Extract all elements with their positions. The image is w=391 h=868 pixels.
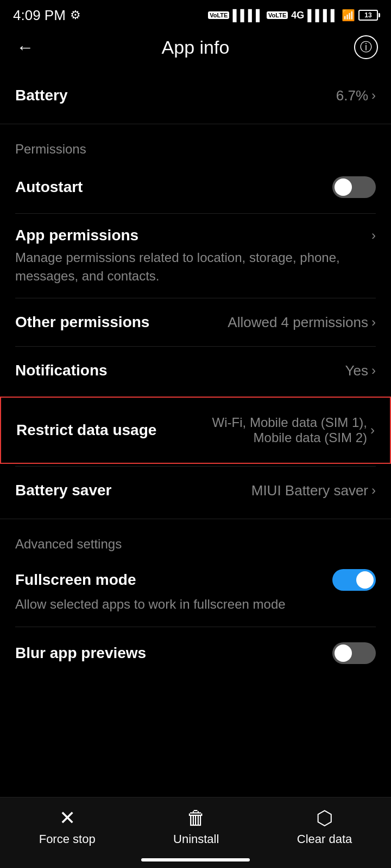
battery-saver-value-group: MIUI Battery saver ›: [251, 482, 376, 499]
blur-previews-row[interactable]: Blur app previews: [0, 627, 391, 679]
battery-value: 6.7%: [336, 87, 368, 104]
volte2-badge: VoLTE: [267, 11, 288, 19]
force-stop-icon: ✕: [59, 808, 75, 828]
info-icon: ⓘ: [360, 39, 372, 55]
app-permissions-header: App permissions ›: [15, 227, 376, 244]
battery-saver-chevron: ›: [371, 483, 376, 498]
other-permissions-chevron: ›: [371, 315, 376, 330]
notifications-value-group: Yes ›: [345, 362, 376, 379]
battery-saver-label: Battery saver: [15, 482, 111, 499]
battery-icon: 13: [358, 10, 378, 21]
4g-badge: 4G: [291, 10, 304, 21]
status-right: VoLTE ▌▌▌▌ VoLTE 4G ▌▌▌▌ 📶 13: [208, 9, 378, 22]
clear-data-label: Clear data: [297, 832, 352, 846]
other-permissions-row[interactable]: Other permissions Allowed 4 permissions …: [0, 298, 391, 346]
other-permissions-value: Allowed 4 permissions: [228, 314, 368, 331]
battery-label: Battery: [15, 87, 67, 104]
divider-1: [0, 124, 391, 124]
home-bar: [141, 858, 250, 861]
fullscreen-subtext: Allow selected apps to work in fullscree…: [15, 595, 376, 614]
notifications-value: Yes: [345, 362, 368, 379]
notifications-label: Notifications: [15, 362, 108, 379]
signal1-icon: ▌▌▌▌: [232, 9, 263, 22]
top-bar: ← App info ⓘ: [0, 28, 391, 72]
time: 4:09 PM: [13, 7, 66, 24]
fullscreen-row[interactable]: Fullscreen mode Allow selected apps to w…: [0, 556, 391, 627]
force-stop-button[interactable]: ✕ Force stop: [39, 808, 96, 846]
app-permissions-row[interactable]: App permissions › Manage permissions rel…: [0, 214, 391, 298]
content-area: Battery 6.7% › Permissions Autostart App…: [0, 72, 391, 766]
notifications-chevron: ›: [371, 363, 376, 378]
restrict-data-chevron: ›: [370, 423, 375, 438]
clear-data-button[interactable]: ⬡ Clear data: [297, 808, 352, 846]
battery-saver-value: MIUI Battery saver: [251, 482, 368, 499]
wifi-icon: 📶: [342, 9, 355, 22]
page-title: App info: [162, 37, 230, 58]
autostart-toggle[interactable]: [332, 176, 376, 198]
bottom-bar: ✕ Force stop 🗑 Uninstall ⬡ Clear data: [0, 797, 391, 868]
bottom-spacer: [0, 679, 391, 766]
home-indicator: [0, 852, 391, 868]
restrict-data-label: Restrict data usage: [16, 422, 156, 439]
fullscreen-toggle[interactable]: [332, 569, 376, 591]
fullscreen-label: Fullscreen mode: [15, 571, 136, 589]
fullscreen-header: Fullscreen mode: [15, 569, 376, 591]
volte1-badge: VoLTE: [208, 11, 229, 19]
autostart-row[interactable]: Autostart: [0, 161, 391, 213]
status-left: 4:09 PM ⚙: [13, 7, 81, 24]
uninstall-button[interactable]: 🗑 Uninstall: [173, 808, 219, 846]
battery-value-group: 6.7% ›: [336, 87, 376, 104]
blur-previews-label: Blur app previews: [15, 644, 146, 662]
other-permissions-label: Other permissions: [15, 314, 149, 331]
app-permissions-subtext: Manage permissions related to location, …: [15, 248, 376, 285]
autostart-label: Autostart: [15, 178, 83, 196]
battery-saver-row[interactable]: Battery saver MIUI Battery saver ›: [0, 467, 391, 514]
toggle-circle: [335, 178, 352, 196]
app-permissions-label: App permissions: [15, 227, 138, 244]
battery-chevron: ›: [371, 88, 376, 103]
divider-6: [0, 519, 391, 519]
gear-icon: ⚙: [70, 8, 81, 22]
signal2-icon: ▌▌▌▌: [307, 9, 338, 22]
info-button[interactable]: ⓘ: [354, 35, 378, 59]
blur-previews-toggle[interactable]: [332, 642, 376, 664]
app-permissions-chevron: ›: [371, 228, 376, 243]
advanced-settings-header: Advanced settings: [0, 524, 391, 556]
blur-toggle-circle: [335, 644, 352, 662]
notifications-row[interactable]: Notifications Yes ›: [0, 347, 391, 394]
clear-data-icon: ⬡: [316, 808, 333, 828]
restrict-data-value-group: Wi-Fi, Mobile data (SIM 1), Mobile data …: [201, 415, 375, 445]
bottom-actions: ✕ Force stop 🗑 Uninstall ⬡ Clear data: [0, 797, 391, 852]
fullscreen-toggle-circle: [356, 571, 374, 589]
force-stop-label: Force stop: [39, 832, 96, 846]
other-permissions-value-group: Allowed 4 permissions ›: [228, 314, 376, 331]
back-button[interactable]: ←: [13, 37, 37, 58]
battery-row[interactable]: Battery 6.7% ›: [0, 72, 391, 119]
restrict-data-row[interactable]: Restrict data usage Wi-Fi, Mobile data (…: [0, 397, 391, 464]
uninstall-icon: 🗑: [186, 808, 206, 828]
status-bar: 4:09 PM ⚙ VoLTE ▌▌▌▌ VoLTE 4G ▌▌▌▌ 📶 13: [0, 0, 391, 28]
permissions-header: Permissions: [0, 129, 391, 161]
uninstall-label: Uninstall: [173, 832, 219, 846]
restrict-data-value: Wi-Fi, Mobile data (SIM 1), Mobile data …: [201, 415, 367, 445]
